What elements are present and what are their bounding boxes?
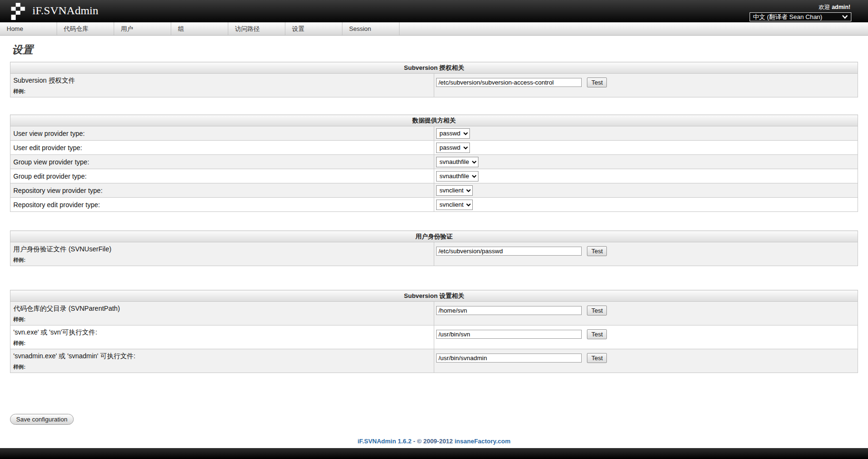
save-configuration-button[interactable]: Save configuration [10, 414, 74, 425]
field-label: Subversion 授权文件 [13, 76, 431, 85]
section-subversion-authorization: Subversion 授权相关 Subversion 授权文件 样例: Test [10, 62, 858, 97]
test-button[interactable]: Test [587, 353, 607, 363]
test-button[interactable]: Test [587, 246, 607, 256]
section-title: Subversion 授权相关 [10, 62, 858, 74]
field-label: Group edit provider type: [10, 169, 434, 183]
field-label: 'svn.exe' 或 'svn'可执行文件: [13, 328, 431, 337]
page-title: 设置 [12, 43, 858, 57]
nav-item-home[interactable]: Home [0, 22, 57, 35]
svn-authfile-input[interactable] [436, 78, 582, 87]
test-button[interactable]: Test [587, 77, 607, 87]
section-subversion-settings: Subversion 设置相关 代码仓库的父目录 (SVNParentPath)… [10, 290, 858, 373]
settings-row: 代码仓库的父目录 (SVNParentPath) 样例: Test [10, 302, 858, 325]
settings-row: 用户身份验证文件 (SVNUserFile) 样例: Test [10, 242, 858, 266]
footer-copyright: - © 2009-2012 [411, 438, 455, 445]
field-label: Group view provider type: [10, 155, 434, 169]
svn-executable-input[interactable] [436, 330, 582, 339]
section-title: Subversion 设置相关 [10, 290, 858, 302]
section-data-providers: 数据提供方相关 User view provider type: passwd … [10, 115, 858, 212]
svn-userfile-input[interactable] [436, 247, 582, 256]
settings-row: Group view provider type: svnauthfile [10, 155, 858, 169]
chevron-down-icon [842, 15, 848, 19]
group-edit-provider-select[interactable]: svnauthfile [436, 171, 478, 182]
page-footer: iF.SVNAdmin 1.6.2 - © 2009-2012 insaneFa… [10, 438, 858, 445]
field-label: 'svnadmin.exe' 或 'svnadmin' 可执行文件: [13, 352, 431, 361]
settings-row: User view provider type: passwd [10, 126, 858, 141]
svn-parent-path-input[interactable] [436, 306, 582, 315]
example-label: 样例: [13, 316, 431, 323]
section-user-authentication: 用户身份验证 用户身份验证文件 (SVNUserFile) 样例: Test [10, 230, 858, 266]
test-button[interactable]: Test [587, 329, 607, 339]
welcome-username: admin! [832, 4, 850, 10]
settings-row: Repository edit provider type: svnclient [10, 198, 858, 212]
settings-row: 'svn.exe' 或 'svn'可执行文件: 样例: Test [10, 325, 858, 349]
app-header: iF.SVNAdmin 欢迎 admin! 中文 (翻译者 Sean Chan) [0, 0, 868, 22]
version-link[interactable]: iF.SVNAdmin 1.6.2 [358, 438, 411, 445]
welcome-prefix: 欢迎 [819, 4, 830, 10]
settings-page: 设置 Subversion 授权相关 Subversion 授权文件 样例: T… [10, 43, 858, 445]
section-title: 数据提供方相关 [10, 115, 858, 126]
user-view-provider-select[interactable]: passwd [436, 128, 470, 139]
test-button[interactable]: Test [587, 306, 607, 316]
field-label: User view provider type: [10, 126, 434, 141]
group-view-provider-select[interactable]: svnauthfile [436, 157, 478, 167]
nav-item-groups[interactable]: 组 [171, 22, 228, 35]
settings-row: Subversion 授权文件 样例: Test [10, 74, 858, 97]
app-logo-icon [11, 3, 27, 20]
nav-item-users[interactable]: 用户 [114, 22, 171, 35]
nav-item-session[interactable]: Session [342, 22, 400, 35]
nav-item-repositories[interactable]: 代码仓库 [57, 22, 114, 35]
field-label: User edit provider type: [10, 141, 434, 155]
nav-item-settings[interactable]: 设置 [285, 22, 342, 35]
field-label: Repository view provider type: [10, 183, 434, 198]
user-edit-provider-select[interactable]: passwd [436, 143, 470, 153]
app-title: iF.SVNAdmin [32, 4, 98, 17]
language-select[interactable]: 中文 (翻译者 Sean Chan) [750, 12, 851, 21]
section-title: 用户身份验证 [10, 231, 858, 242]
settings-row: Repository view provider type: svnclient [10, 183, 858, 198]
svnadmin-executable-input[interactable] [436, 354, 582, 363]
example-label: 样例: [13, 257, 431, 264]
example-label: 样例: [13, 340, 431, 347]
settings-row: Group edit provider type: svnauthfile [10, 169, 858, 183]
settings-row: User edit provider type: passwd [10, 141, 858, 155]
field-label: Repository edit provider type: [10, 198, 434, 212]
main-nav: Home 代码仓库 用户 组 访问路径 设置 Session [0, 22, 868, 36]
field-label: 用户身份验证文件 (SVNUserFile) [13, 245, 431, 254]
example-label: 样例: [13, 363, 431, 371]
insanefactory-link[interactable]: insaneFactory.com [455, 438, 511, 445]
settings-row: 'svnadmin.exe' 或 'svnadmin' 可执行文件: 样例: T… [10, 349, 858, 373]
language-selected-value: 中文 (翻译者 Sean Chan) [753, 13, 842, 21]
repository-view-provider-select[interactable]: svnclient [436, 185, 473, 196]
example-label: 样例: [13, 88, 431, 95]
repository-edit-provider-select[interactable]: svnclient [436, 200, 473, 210]
field-label: 代码仓库的父目录 (SVNParentPath) [13, 305, 431, 313]
nav-item-access-paths[interactable]: 访问路径 [228, 22, 285, 35]
bottom-bar [0, 448, 868, 459]
welcome-message: 欢迎 admin! [819, 3, 850, 11]
